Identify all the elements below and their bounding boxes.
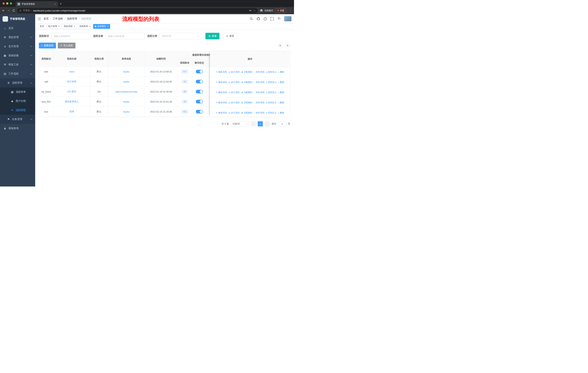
action-modify[interactable]: ✎修改流程	[216, 71, 227, 74]
action-assign-rule[interactable]: ♟分配规则	[241, 101, 252, 104]
next-page-button[interactable]: ›	[265, 121, 270, 126]
sidebar-item-task-mgmt[interactable]: ⚑任务管理	[0, 115, 35, 124]
breadcrumb-home[interactable]: 首页	[43, 17, 53, 20]
font-size-icon[interactable]: TT	[277, 17, 281, 20]
breadcrumb-process-mgmt[interactable]: 流程管理	[67, 17, 81, 20]
action-modify[interactable]: ✎修改流程	[216, 111, 227, 114]
form-info-link[interactable]: biubiu	[123, 80, 130, 83]
breadcrumb-workflow[interactable]: 工作流程	[53, 17, 67, 20]
action-assign-rule[interactable]: ♟分配规则	[241, 111, 252, 114]
search-button[interactable]: 搜索	[205, 33, 220, 39]
close-icon[interactable]: ×	[107, 25, 108, 28]
sidebar-item-process-form[interactable]: ▦流程表单	[0, 87, 35, 97]
goto-page-input[interactable]	[278, 121, 286, 126]
close-window-button[interactable]	[2, 2, 5, 5]
form-info-link[interactable]: biubiu	[123, 70, 130, 73]
back-icon[interactable]	[2, 9, 5, 12]
sidebar-item-user-group[interactable]: ☻用户分组	[0, 97, 35, 106]
action-publish[interactable]: ☝发布流程	[254, 101, 264, 104]
close-icon[interactable]: ×	[89, 25, 91, 28]
action-definition[interactable]: §流程定义	[266, 111, 276, 114]
address-bar[interactable]: ⚠ 不安全 dashboard.yudao.iocoder.cn/bpm/man…	[17, 8, 258, 13]
action-modify[interactable]: ✎修改流程	[216, 101, 227, 104]
create-process-button[interactable]: + 新建流程	[39, 43, 56, 49]
form-info-link[interactable]: biubiu	[123, 100, 130, 103]
action-assign-rule[interactable]: ♟分配规则	[241, 71, 252, 74]
action-publish[interactable]: ☝发布流程	[254, 111, 264, 114]
reload-icon[interactable]	[12, 9, 15, 12]
active-toggle[interactable]	[196, 70, 203, 73]
process-name-input[interactable]	[105, 33, 145, 39]
active-toggle[interactable]	[196, 110, 203, 113]
process-name-link[interactable]: 自己审批	[67, 80, 77, 83]
action-publish[interactable]: ☝发布流程	[254, 81, 264, 84]
reset-button[interactable]: ↻ 重置	[223, 33, 237, 39]
tag-process-model[interactable]: 流程模型×	[93, 24, 110, 29]
sidebar-item-process-model[interactable]: ✈流程模型	[0, 106, 35, 115]
bookmark-star-icon[interactable]: ☆	[253, 9, 256, 12]
action-delete[interactable]: ×删除	[278, 91, 284, 94]
sidebar-item-home[interactable]: ⌂首页	[0, 24, 35, 33]
form-info-link[interactable]: biubiu	[123, 110, 130, 113]
sidebar-item-system[interactable]: ⚙系统管理	[0, 33, 35, 42]
action-delete[interactable]: ×删除	[278, 101, 284, 104]
action-delete[interactable]: ×删除	[278, 71, 284, 74]
tag-my-process[interactable]: 我的流程×	[62, 24, 77, 29]
action-design[interactable]: ◎设计流程	[229, 111, 240, 114]
tab-close-icon[interactable]: ×	[54, 3, 56, 6]
action-publish[interactable]: ☝发布流程	[254, 91, 264, 94]
user-avatar[interactable]	[284, 16, 292, 21]
process-name-link[interactable]: 测试多审批人	[65, 100, 79, 103]
prev-page-button[interactable]: ‹	[251, 121, 256, 126]
action-design[interactable]: ◎设计流程	[229, 101, 240, 104]
toggle-search-button[interactable]	[278, 43, 283, 48]
new-tab-button[interactable]: +	[60, 2, 62, 6]
forward-icon[interactable]	[7, 9, 10, 12]
fullscreen-icon[interactable]	[270, 17, 274, 20]
action-assign-rule[interactable]: ♟分配规则	[241, 81, 252, 84]
update-browser-button[interactable]: ↻ 更新	[275, 8, 287, 13]
sidebar-item-process-mgmt[interactable]: ≣流程管理	[0, 78, 35, 87]
action-definition[interactable]: §流程定义	[266, 71, 276, 74]
action-definition[interactable]: §流程定义	[266, 91, 276, 94]
sidebar-item-infra[interactable]: ▣基础设施	[0, 51, 35, 60]
action-design[interactable]: ◎设计流程	[229, 91, 240, 94]
action-definition[interactable]: §流程定义	[266, 101, 276, 104]
collapse-sidebar-icon[interactable]	[38, 18, 41, 20]
sidebar-item-payment[interactable]: ¥支付管理	[0, 42, 35, 51]
action-modify[interactable]: ✎修改流程	[216, 81, 227, 84]
action-publish[interactable]: ☝发布流程	[254, 71, 264, 74]
action-design[interactable]: ◎设计流程	[229, 81, 240, 84]
action-assign-rule[interactable]: ♟分配规则	[241, 91, 252, 94]
action-design[interactable]: ◎设计流程	[229, 71, 240, 74]
refresh-table-button[interactable]: ↻	[285, 43, 290, 48]
process-name-link[interactable]: OA 请假	[67, 90, 76, 93]
page-size-select[interactable]: 10条/页	[231, 121, 249, 126]
action-delete[interactable]: ×删除	[278, 111, 284, 114]
close-icon[interactable]: ×	[58, 25, 60, 28]
key-icon[interactable]	[249, 9, 252, 12]
help-icon[interactable]: ?	[263, 17, 267, 20]
form-info-link[interactable]: /bpm/oa/leave/create	[115, 90, 137, 93]
search-icon[interactable]	[250, 17, 253, 20]
browser-tab[interactable]: 芋道管理系统 ×	[16, 1, 58, 7]
close-icon[interactable]: ×	[74, 25, 75, 28]
active-toggle[interactable]	[196, 100, 203, 103]
sidebar-item-workflow[interactable]: ▤工作流程	[0, 69, 35, 78]
action-modify[interactable]: ✎修改流程	[216, 91, 227, 94]
category-select[interactable]: 流程分类	[159, 33, 201, 39]
process-key-input[interactable]	[51, 33, 90, 39]
action-delete[interactable]: ×删除	[278, 81, 284, 84]
browser-menu-icon[interactable]: ⋮	[289, 9, 292, 12]
process-name-link[interactable]: 滔博	[69, 110, 74, 113]
import-process-button[interactable]: ↥ 导入流程	[58, 43, 75, 49]
tag-tenant-mgmt[interactable]: 租户管理×	[47, 24, 61, 29]
github-icon[interactable]	[256, 17, 260, 20]
process-name-link[interactable]: eeee	[69, 70, 74, 73]
active-toggle[interactable]	[196, 80, 203, 83]
sidebar-item-devtools[interactable]: ⚒研发工具	[0, 60, 35, 69]
action-definition[interactable]: §流程定义	[266, 81, 276, 84]
active-toggle[interactable]	[196, 90, 203, 93]
sidebar-item-leave-query[interactable]: ♟请假查询	[0, 124, 35, 133]
tag-home[interactable]: 首页	[38, 24, 46, 29]
